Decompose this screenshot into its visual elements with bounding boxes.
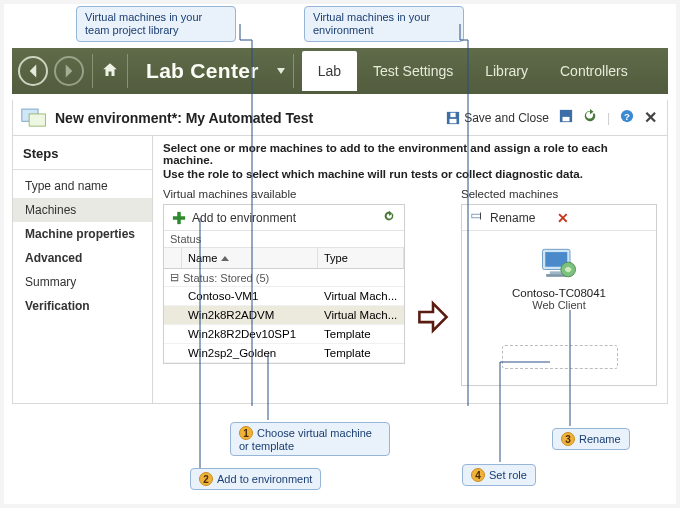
app-switcher-dropdown[interactable] (277, 68, 285, 74)
svg-rect-10 (173, 216, 185, 220)
expand-column (164, 248, 182, 268)
status-label: Status (170, 233, 201, 245)
svg-rect-3 (450, 118, 457, 122)
forward-button[interactable] (54, 56, 84, 86)
svg-rect-1 (29, 113, 45, 125)
available-machines-panel: Virtual machines available Add to enviro… (163, 188, 405, 386)
selected-vm-name: Contoso-TC08041 (512, 287, 606, 299)
selected-vm-card[interactable]: Contoso-TC08041 Web Client (512, 245, 606, 311)
add-icon (172, 211, 186, 225)
home-icon[interactable] (101, 61, 119, 82)
step-advanced[interactable]: Advanced (13, 246, 152, 270)
svg-text:?: ? (624, 111, 630, 122)
divider (92, 54, 93, 88)
callout-library: Virtual machines in your team project li… (76, 6, 236, 42)
save-icon[interactable] (559, 109, 573, 126)
status-filter[interactable]: Status (164, 231, 404, 248)
divider (127, 54, 128, 88)
badge-2: 2 (199, 472, 213, 486)
grid-header: Name Type (164, 248, 404, 269)
callout-step3: 3Rename (552, 428, 630, 450)
add-to-environment-button[interactable]: Add to environment (192, 211, 296, 225)
step-machine-properties[interactable]: Machine properties (13, 222, 152, 246)
wizard-body: Steps Type and name Machines Machine pro… (12, 136, 668, 404)
delete-icon[interactable]: ✕ (557, 210, 569, 226)
rename-button[interactable]: Rename (490, 211, 535, 225)
svg-rect-11 (472, 214, 481, 218)
divider (293, 54, 294, 88)
tab-library[interactable]: Library (469, 51, 544, 91)
available-header: Virtual machines available (163, 188, 405, 200)
table-row[interactable]: Contoso-VM1 Virtual Mach... (164, 287, 404, 306)
refresh-list-icon[interactable] (382, 209, 396, 226)
instruction-line1: Select one or more machines to add to th… (163, 142, 657, 166)
instruction-line2: Use the role to select which machine wil… (163, 168, 657, 180)
step-type-and-name[interactable]: Type and name (13, 174, 152, 198)
steps-panel: Steps Type and name Machines Machine pro… (13, 136, 153, 403)
app-title: Lab Center (146, 59, 259, 83)
tab-controllers[interactable]: Controllers (544, 51, 644, 91)
svg-rect-4 (451, 112, 456, 116)
badge-1: 1 (239, 426, 253, 440)
callout-step4: 4Set role (462, 464, 536, 486)
column-type[interactable]: Type (318, 248, 404, 268)
badge-4: 4 (471, 468, 485, 482)
step-machines[interactable]: Machines (13, 198, 152, 222)
callout-environment: Virtual machines in your environment (304, 6, 464, 42)
save-label: Save and Close (464, 111, 549, 125)
back-button[interactable] (18, 56, 48, 86)
close-icon[interactable]: ✕ (644, 108, 657, 127)
table-row[interactable]: Win2k8R2Dev10SP1 Template (164, 325, 404, 344)
page-title: New environment*: My Automated Test (55, 110, 446, 126)
callout-step2: 2Add to environment (190, 468, 321, 490)
rename-icon (470, 209, 484, 226)
table-row[interactable]: Win2k8R2ADVM Virtual Mach... (164, 306, 404, 325)
sort-asc-icon (221, 256, 229, 261)
title-bar: New environment*: My Automated Test Save… (12, 100, 668, 136)
svg-rect-6 (562, 117, 569, 121)
column-name[interactable]: Name (182, 248, 318, 268)
transfer-arrow-icon (415, 248, 451, 386)
callout-step1: 1Choose virtual machine or template (230, 422, 390, 456)
environment-icon (21, 106, 47, 130)
badge-3: 3 (561, 432, 575, 446)
ribbon: Lab Center Lab Test Settings Library Con… (12, 48, 668, 94)
content-panel: Select one or more machines to add to th… (153, 136, 667, 403)
help-icon[interactable]: ? (620, 109, 634, 126)
role-drop-slot[interactable] (502, 345, 618, 369)
selected-vm-role: Web Client (532, 299, 586, 311)
tab-test-settings[interactable]: Test Settings (357, 51, 469, 91)
computer-icon (537, 245, 581, 283)
step-summary[interactable]: Summary (13, 270, 152, 294)
tab-lab[interactable]: Lab (302, 51, 357, 91)
selected-machines-panel: Selected machines Rename ✕ (461, 188, 657, 386)
selected-header: Selected machines (461, 188, 657, 200)
step-verification[interactable]: Verification (13, 294, 152, 318)
grid-group-stored[interactable]: ⊟Status: Stored (5) (164, 269, 404, 287)
save-and-close-button[interactable]: Save and Close (446, 111, 549, 125)
refresh-icon[interactable] (583, 109, 597, 126)
table-row[interactable]: Win2sp2_Golden Template (164, 344, 404, 363)
steps-header: Steps (13, 142, 152, 169)
